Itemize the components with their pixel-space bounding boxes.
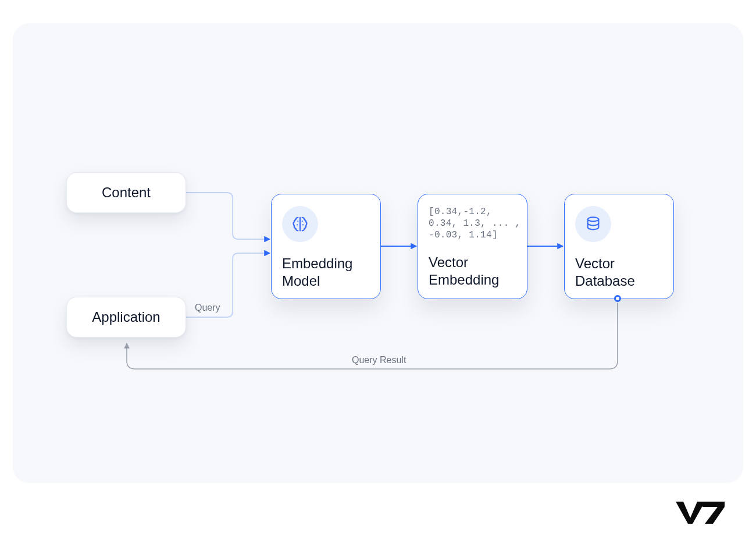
diagram-canvas: Content Application Embedding Model [0.3…: [13, 23, 743, 483]
vector-sample-text: [0.34,-1.2, 0.34, 1.3, ... , -0.03, 1.14…: [429, 206, 516, 241]
node-embedding-model: Embedding Model: [271, 194, 381, 299]
node-application: Application: [66, 297, 186, 338]
svg-point-0: [588, 217, 599, 221]
node-vector-database-label: Vector Database: [575, 255, 663, 290]
node-vector-database: Vector Database: [564, 194, 674, 299]
node-vector-embedding: [0.34,-1.2, 0.34, 1.3, ... , -0.03, 1.14…: [418, 194, 527, 299]
node-vector-embedding-label: Vector Embedding: [429, 254, 516, 289]
node-application-label: Application: [92, 309, 160, 325]
edge-label-query: Query: [195, 303, 220, 313]
node-content: Content: [66, 172, 186, 213]
brand-logo: [676, 500, 725, 526]
connector-anchor-dot: [614, 295, 621, 302]
brain-icon: [282, 206, 318, 242]
node-embedding-model-label: Embedding Model: [282, 255, 370, 290]
database-icon: [575, 206, 611, 242]
node-content-label: Content: [102, 184, 151, 201]
edge-label-query-result: Query Result: [352, 355, 406, 365]
